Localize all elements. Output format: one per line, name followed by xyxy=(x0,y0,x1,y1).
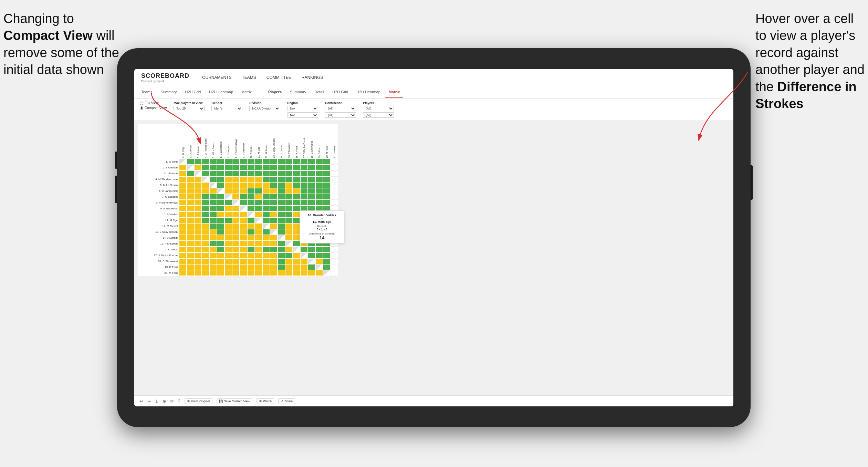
cell-12-14[interactable] xyxy=(285,229,293,235)
cell-3-14[interactable] xyxy=(285,176,293,182)
cell-9-13[interactable] xyxy=(278,211,285,217)
cell-9-7[interactable] xyxy=(232,211,240,217)
cell-4-12[interactable] xyxy=(270,182,278,188)
cell-3-19[interactable] xyxy=(323,176,331,182)
cell-8-14[interactable] xyxy=(285,206,293,211)
cell-13-1[interactable] xyxy=(187,235,194,241)
cell-5-13[interactable] xyxy=(278,188,285,194)
cell-6-2[interactable] xyxy=(194,194,202,200)
cell-0-11[interactable] xyxy=(262,159,270,165)
cell-7-19[interactable] xyxy=(323,200,331,206)
region-select2[interactable]: N/A xyxy=(287,112,318,118)
cell-1-6[interactable] xyxy=(224,165,232,170)
cell-17-15[interactable] xyxy=(293,258,300,264)
cell-0-18[interactable] xyxy=(315,159,323,165)
cell-16-7[interactable] xyxy=(232,252,240,258)
cell-9-3[interactable] xyxy=(202,211,209,217)
cell-14-2[interactable] xyxy=(194,241,202,247)
matrix-area[interactable]: 1. W Ding2. L Clanton3. J Koivun4. M Tho… xyxy=(134,121,733,395)
cell-17-0[interactable] xyxy=(179,258,187,264)
cell-6-0[interactable] xyxy=(179,194,187,200)
share-btn[interactable]: ↗ Share xyxy=(278,398,295,404)
cell-3-4[interactable] xyxy=(209,176,217,182)
cell-2-12[interactable] xyxy=(270,170,278,176)
cell-12-0[interactable] xyxy=(179,229,187,235)
cell-14-8[interactable] xyxy=(240,241,247,247)
players-select2[interactable]: (All) xyxy=(363,112,394,118)
cell-9-14[interactable] xyxy=(285,211,293,217)
cell-16-19[interactable] xyxy=(323,252,331,258)
cell-8-5[interactable] xyxy=(217,206,224,211)
cell-3-16[interactable] xyxy=(300,176,308,182)
cell-4-13[interactable] xyxy=(278,182,285,188)
players-select[interactable]: (All) xyxy=(363,106,394,111)
cell-19-17[interactable] xyxy=(308,270,315,276)
cell-6-3[interactable] xyxy=(202,194,209,200)
nav-rankings[interactable]: RANKINGS xyxy=(302,73,323,82)
cell-18-0[interactable] xyxy=(179,264,187,270)
cell-18-17[interactable] xyxy=(308,264,315,270)
cell-18-16[interactable] xyxy=(300,264,308,270)
cell-0-9[interactable] xyxy=(247,159,255,165)
cell-10-9[interactable] xyxy=(247,217,255,223)
cell-1-2[interactable] xyxy=(194,165,202,170)
cell-17-1[interactable] xyxy=(187,258,194,264)
cell-19-16[interactable] xyxy=(300,270,308,276)
cell-10-13[interactable] xyxy=(278,217,285,223)
cell-5-1[interactable] xyxy=(187,188,194,194)
cell-7-6[interactable] xyxy=(224,200,232,206)
cell-13-10[interactable] xyxy=(255,235,262,241)
cell-16-1[interactable] xyxy=(187,252,194,258)
cell-2-11[interactable] xyxy=(262,170,270,176)
cell-9-9[interactable] xyxy=(247,211,255,217)
cell-6-4[interactable] xyxy=(209,194,217,200)
cell-16-4[interactable] xyxy=(209,252,217,258)
cell-1-14[interactable] xyxy=(285,165,293,170)
cell-16-2[interactable] xyxy=(194,252,202,258)
cell-8-1[interactable] xyxy=(187,206,194,211)
cell-10-12[interactable] xyxy=(270,217,278,223)
cell-7-11[interactable] xyxy=(262,200,270,206)
cell-0-6[interactable] xyxy=(224,159,232,165)
cell-4-7[interactable] xyxy=(232,182,240,188)
cell-8-13[interactable] xyxy=(278,206,285,211)
cell-11-7[interactable] xyxy=(232,223,240,229)
cell-10-4[interactable] xyxy=(209,217,217,223)
cell-13-12[interactable] xyxy=(270,235,278,241)
cell-4-14[interactable] xyxy=(285,182,293,188)
cell-0-4[interactable] xyxy=(209,159,217,165)
cell-15-0[interactable] xyxy=(179,247,187,252)
cell-16-3[interactable] xyxy=(202,252,209,258)
cell-4-15[interactable] xyxy=(293,182,300,188)
cell-18-18[interactable] xyxy=(315,264,323,270)
cell-8-15[interactable] xyxy=(293,206,300,211)
cell-11-5[interactable] xyxy=(217,223,224,229)
cell-14-0[interactable] xyxy=(179,241,187,247)
cell-14-12[interactable] xyxy=(270,241,278,247)
cell-15-20[interactable] xyxy=(331,247,338,252)
cell-18-9[interactable] xyxy=(247,264,255,270)
cell-3-17[interactable] xyxy=(308,176,315,182)
cell-14-4[interactable] xyxy=(209,241,217,247)
cell-5-18[interactable] xyxy=(315,188,323,194)
cell-12-4[interactable] xyxy=(209,229,217,235)
cell-18-20[interactable] xyxy=(331,264,338,270)
cell-5-17[interactable] xyxy=(308,188,315,194)
cell-3-11[interactable] xyxy=(262,176,270,182)
conference-select2[interactable]: (All) xyxy=(325,112,356,118)
cell-10-7[interactable] xyxy=(232,217,240,223)
cell-3-0[interactable] xyxy=(179,176,187,182)
cell-17-5[interactable] xyxy=(217,258,224,264)
cell-15-3[interactable] xyxy=(202,247,209,252)
cell-5-6[interactable] xyxy=(224,188,232,194)
cell-12-13[interactable] xyxy=(278,229,285,235)
cell-4-8[interactable] xyxy=(240,182,247,188)
cell-15-1[interactable] xyxy=(187,247,194,252)
zoom-icon[interactable]: ⊕ xyxy=(163,399,166,404)
cell-19-12[interactable] xyxy=(270,270,278,276)
cell-7-20[interactable] xyxy=(331,200,338,206)
cell-12-6[interactable] xyxy=(224,229,232,235)
cell-19-20[interactable] xyxy=(331,270,338,276)
cell-8-8[interactable] xyxy=(240,206,247,211)
cell-11-10[interactable] xyxy=(255,223,262,229)
